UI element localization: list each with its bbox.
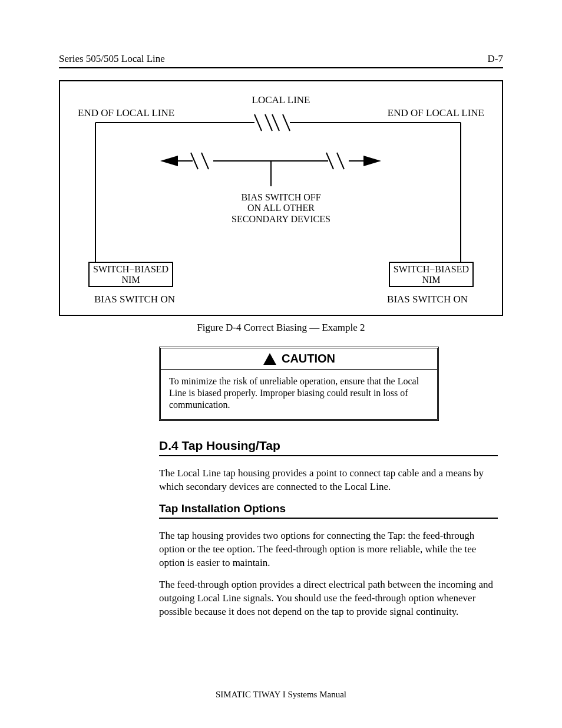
subsection-tap-para2: The feed-through option provides a direc… [159, 578, 498, 619]
figure-nim-left-box: SWITCH−BIASED NIM [88, 262, 173, 287]
figure-nim-left-line2: NIM [93, 275, 168, 285]
figure-bias-off-line2: ON ALL OTHER [60, 203, 502, 213]
section-d4-para: The Local Line tap housing provides a po… [159, 467, 498, 494]
figure-bias-off-line1: BIAS SWITCH OFF [60, 192, 502, 203]
figure-box: LOCAL LINE END OF LOCAL LINE END OF LOCA… [59, 80, 503, 316]
caution-header: CAUTION [161, 348, 437, 370]
header-rule [59, 67, 503, 68]
caution-body: To minimize the risk of unreliable opera… [161, 370, 437, 419]
figure-bias-off-label: BIAS SWITCH OFF ON ALL OTHER SECONDARY D… [60, 192, 502, 225]
figure-nim-right-line2: NIM [394, 275, 469, 285]
svg-marker-8 [363, 156, 381, 166]
figure-bias-on-left-label: BIAS SWITCH ON [94, 294, 175, 305]
svg-marker-10 [263, 353, 276, 365]
warning-triangle-icon [263, 353, 277, 365]
figure-bias-on-right-label: BIAS SWITCH ON [387, 294, 468, 305]
footer-text: SIMATIC TIWAY I Systems Manual [0, 690, 562, 700]
header-section: Series 505/505 Local Line [59, 53, 165, 65]
figure-nim-right-box: SWITCH−BIASED NIM [389, 262, 474, 287]
subsection-tap-para1: The tap housing provides two options for… [159, 529, 498, 570]
section-d4-title: D.4 Tap Housing/Tap [159, 439, 503, 454]
section-d4-rule [159, 455, 498, 456]
figure-caption: Figure D-4 Correct Biasing — Example 2 [59, 322, 503, 334]
svg-marker-7 [160, 156, 178, 166]
caution-title: CAUTION [282, 352, 335, 365]
figure-nim-left-line1: SWITCH−BIASED [93, 264, 168, 275]
figure-nim-right-line1: SWITCH−BIASED [394, 264, 469, 275]
header-page: D-7 [488, 53, 503, 65]
figure-bias-off-line3: SECONDARY DEVICES [60, 214, 502, 225]
subsection-tap-title: Tap Installation Options [159, 502, 503, 516]
caution-box: CAUTION To minimize the risk of unreliab… [159, 347, 439, 421]
subsection-tap-rule [159, 518, 498, 519]
